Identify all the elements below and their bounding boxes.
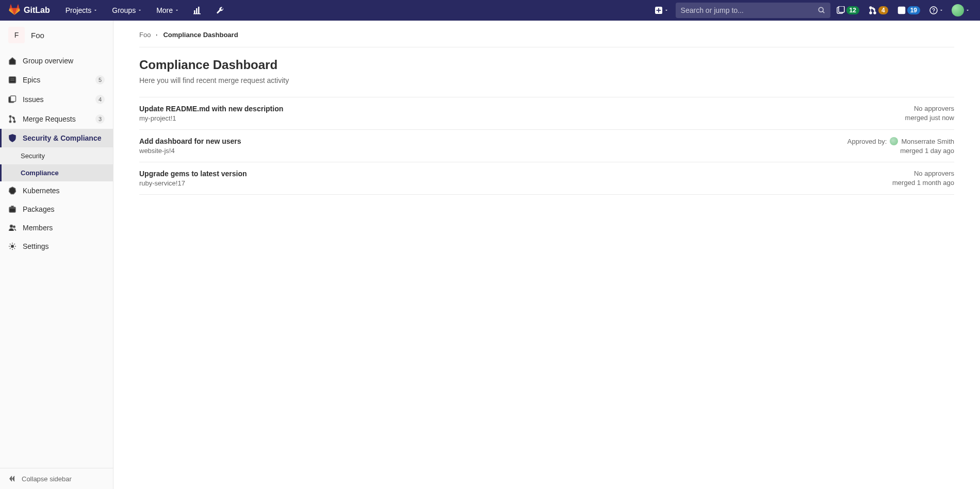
sidebar-item-label: Issues xyxy=(23,95,43,104)
navbar-right: 12 4 19 xyxy=(651,3,972,18)
sidebar-subitem-security[interactable]: Security xyxy=(0,147,113,164)
svg-point-15 xyxy=(930,7,937,14)
epics-icon xyxy=(8,76,17,84)
main-content: Foo Compliance Dashboard Compliance Dash… xyxy=(113,21,980,489)
sidebar-subitem-compliance[interactable]: Compliance xyxy=(0,164,113,181)
search-icon xyxy=(818,7,825,14)
user-avatar xyxy=(952,4,964,16)
nav-more-label: More xyxy=(156,6,173,14)
svg-rect-20 xyxy=(11,96,16,102)
nav-projects[interactable]: Projects xyxy=(60,0,103,21)
sidebar-item-merge-requests[interactable]: Merge Requests 3 xyxy=(0,109,113,129)
sidebar-item-issues[interactable]: Issues 4 xyxy=(0,90,113,109)
merge-request-row[interactable]: Update README.md with new description my… xyxy=(139,97,954,130)
sidebar-item-label: Group overview xyxy=(23,57,73,65)
merge-request-icon xyxy=(8,115,17,123)
collapse-sidebar[interactable]: Collapse sidebar xyxy=(0,468,113,489)
svg-point-26 xyxy=(13,226,15,228)
mr-title: Add dashboard for new users xyxy=(139,137,241,145)
mr-title: Upgrade gems to latest version xyxy=(139,170,247,178)
group-avatar: F xyxy=(8,27,25,43)
svg-rect-3 xyxy=(193,13,201,14)
issues-badge: 12 xyxy=(846,6,859,14)
svg-rect-6 xyxy=(656,10,661,11)
mr-ref: website-js!4 xyxy=(139,147,241,155)
svg-point-11 xyxy=(870,7,872,9)
help-icon xyxy=(929,6,938,14)
chevron-down-icon xyxy=(138,8,142,12)
nav-help[interactable] xyxy=(926,6,946,14)
nav-merge-counter[interactable]: 4 xyxy=(865,6,891,14)
sidebar-item-security[interactable]: Security & Compliance xyxy=(0,129,113,147)
todos-badge: 19 xyxy=(907,6,920,14)
svg-line-8 xyxy=(822,11,824,13)
chevron-down-icon xyxy=(93,8,97,12)
chart-icon xyxy=(193,6,202,14)
nav-activity[interactable] xyxy=(188,0,207,21)
merge-badge: 4 xyxy=(878,6,888,14)
nav-issues-counter[interactable]: 12 xyxy=(834,6,862,14)
issues-icon xyxy=(837,6,845,14)
sidebar-item-kubernetes[interactable]: Kubernetes xyxy=(0,181,113,200)
mr-merged: merged just now xyxy=(905,114,954,122)
mr-merged: merged 1 day ago xyxy=(847,147,954,155)
mr-ref: my-project!1 xyxy=(139,114,283,122)
svg-rect-1 xyxy=(196,8,198,13)
nav-more[interactable]: More xyxy=(151,0,184,21)
sidebar-item-label: Members xyxy=(23,224,53,232)
sidebar-item-settings[interactable]: Settings xyxy=(0,237,113,256)
sidebar-nav: Group overview Epics 5 Issues 4 Merge Re… xyxy=(0,49,113,468)
page-subtitle: Here you will find recent merge request … xyxy=(139,76,954,85)
sidebar-item-label: Security & Compliance xyxy=(23,134,102,142)
mr-merged: merged 1 month ago xyxy=(892,179,954,187)
sidebar-item-label: Settings xyxy=(23,242,49,250)
merge-request-list: Update README.md with new description my… xyxy=(139,97,954,195)
breadcrumb-group[interactable]: Foo xyxy=(139,31,151,39)
mr-approver-name: Monserrate Smith xyxy=(901,138,954,145)
svg-rect-10 xyxy=(839,6,844,12)
chevron-down-icon xyxy=(175,8,179,12)
mr-ref: ruby-service!17 xyxy=(139,179,247,187)
plus-square-icon xyxy=(655,7,662,14)
issues-icon xyxy=(8,95,17,104)
nav-create-new[interactable] xyxy=(651,7,673,14)
chevron-down-icon xyxy=(966,8,970,12)
sidebar-header[interactable]: F Foo xyxy=(0,21,113,49)
svg-point-12 xyxy=(870,12,872,14)
approver-avatar xyxy=(890,137,898,145)
sidebar-subitem-label: Compliance xyxy=(21,169,59,177)
sidebar-item-epics[interactable]: Epics 5 xyxy=(0,70,113,90)
gitlab-icon xyxy=(8,4,21,16)
breadcrumb-current: Compliance Dashboard xyxy=(163,31,238,39)
nav-groups-label: Groups xyxy=(112,6,136,14)
search-input[interactable] xyxy=(681,6,818,14)
mr-approvers-label: No approvers xyxy=(914,105,954,112)
page-title: Compliance Dashboard xyxy=(139,58,954,72)
sidebar-subitem-label: Security xyxy=(21,152,45,160)
nav-groups[interactable]: Groups xyxy=(107,0,147,21)
merge-request-row[interactable]: Upgrade gems to latest version ruby-serv… xyxy=(139,162,954,195)
group-name: Foo xyxy=(31,31,44,40)
nav-todos-counter[interactable]: 19 xyxy=(894,6,923,14)
wrench-icon xyxy=(216,6,224,14)
merge-request-icon xyxy=(869,6,877,14)
mr-approvers: No approvers xyxy=(905,105,954,112)
sidebar-item-overview[interactable]: Group overview xyxy=(0,52,113,70)
sidebar-item-count: 3 xyxy=(95,114,105,124)
sidebar-security-submenu: Security Compliance xyxy=(0,147,113,181)
nav-admin[interactable] xyxy=(211,0,230,21)
chevron-right-icon xyxy=(155,33,159,37)
mr-approvers-label: No approvers xyxy=(914,170,954,177)
members-icon xyxy=(8,224,17,232)
package-icon xyxy=(8,205,17,213)
nav-user-menu[interactable] xyxy=(950,4,972,16)
svg-rect-2 xyxy=(198,7,200,13)
top-navbar: GitLab Projects Groups More xyxy=(0,0,980,21)
global-search[interactable] xyxy=(676,3,830,18)
gitlab-logo[interactable]: GitLab xyxy=(8,4,50,16)
sidebar-item-packages[interactable]: Packages xyxy=(0,200,113,218)
sidebar-item-members[interactable]: Members xyxy=(0,218,113,237)
mr-approvers: Approved by: Monserrate Smith xyxy=(847,137,954,145)
merge-request-row[interactable]: Add dashboard for new users website-js!4… xyxy=(139,130,954,162)
collapse-icon xyxy=(8,475,17,483)
